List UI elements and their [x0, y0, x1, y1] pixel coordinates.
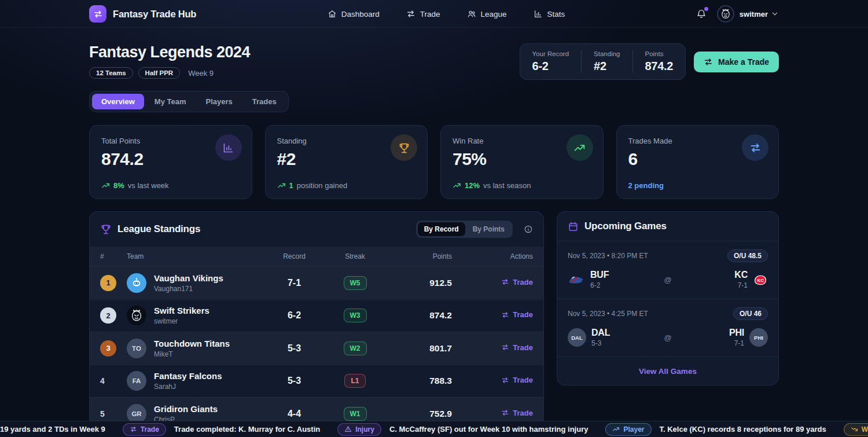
toggle-by-record[interactable]: By Record [418, 222, 465, 236]
make-a-trade-button[interactable]: Make a Trade [694, 52, 779, 72]
team-points: 788.3 [388, 376, 452, 386]
team-info: Touchdown Titans MikeT [154, 339, 230, 358]
team-record: 5-3 [267, 376, 322, 386]
team-cell: Swift Strikers switmer [127, 306, 267, 325]
trade-button[interactable]: Trade [501, 310, 533, 319]
trend-up-icon [612, 425, 620, 433]
table-row[interactable]: 3 TO Touchdown Titans MikeT 5-3 W2 801.7… [90, 332, 543, 365]
swap-icon [406, 9, 415, 19]
nav-item-dashboard[interactable]: Dashboard [328, 9, 380, 19]
trade-button[interactable]: Trade [501, 343, 533, 352]
summary-standing: Standing #2 [581, 50, 632, 73]
swap-icon [704, 57, 713, 67]
stat-cards: Total Points 874.2 8% vs last week Stand… [89, 125, 779, 199]
home-team: PHI 7-1 PHI [672, 328, 768, 347]
nav-item-stats[interactable]: Stats [534, 9, 565, 19]
trade-button[interactable]: Trade [501, 278, 533, 287]
table-row[interactable]: 4 FA Fantasy Falcons SarahJ 5-3 L1 788.3… [90, 365, 543, 398]
bills-logo-icon [568, 274, 585, 285]
toggle-by-points[interactable]: By Points [466, 222, 511, 236]
trophy-icon [398, 142, 410, 154]
col-actions: Actions [452, 252, 533, 260]
cta-label: Make a Trade [718, 57, 769, 67]
nav-label: Stats [547, 10, 565, 19]
streak-badge: L1 [344, 374, 365, 388]
user-avatar[interactable] [717, 5, 734, 23]
rank-cell: 5 [100, 409, 127, 419]
stat-trend: 8% vs last week [101, 181, 169, 190]
stat-card-trades-made: Trades Made 6 2 pending [616, 125, 779, 199]
trade-label: Trade [513, 376, 533, 384]
stat-card-standing: Standing #2 1 position gained [265, 125, 428, 199]
content-row: League Standings By Record By Points # T… [89, 211, 779, 431]
team-owner: switmer [154, 317, 209, 325]
team-name: Fantasy Falcons [154, 371, 222, 381]
league-badges: 12 Teams Half PPR Week 9 [89, 67, 250, 79]
tab-players[interactable]: Players [197, 94, 242, 109]
trend-text: vs last season [483, 181, 531, 190]
username[interactable]: switmer [740, 10, 768, 19]
week-label: Week 9 [188, 69, 214, 78]
ticker-item: Injury C. McCaffrey (SF) out for Week 10… [337, 423, 588, 436]
page-title: Fantasy Legends 2024 [89, 43, 250, 61]
tab-trades[interactable]: Trades [243, 94, 286, 109]
table-row[interactable]: 1 Vaughan Vikings Vaughan171 7-1 W5 912.… [90, 266, 543, 299]
actions-cell: Trade [452, 409, 533, 420]
notifications-button[interactable] [696, 9, 707, 19]
summary-value: #2 [594, 60, 620, 73]
streak-cell: L1 [322, 374, 388, 388]
trade-label: Trade [513, 278, 533, 287]
trend-text: position gained [297, 181, 347, 190]
swap-icon-badge [742, 134, 768, 161]
pending-note[interactable]: 2 pending [628, 181, 664, 190]
nav-right: switmer [696, 5, 779, 23]
trade-label: Trade [513, 310, 533, 319]
trade-button[interactable]: Trade [501, 409, 533, 417]
col-team: Team [127, 252, 267, 260]
stat-card-total-points: Total Points 874.2 8% vs last week [89, 125, 252, 199]
team-abbr: BUF [590, 270, 609, 280]
stat-card-win-rate: Win Rate 75% 12% vs last season [440, 125, 604, 199]
games-footer: View All Games [557, 357, 778, 385]
trend-up-icon [101, 181, 110, 190]
table-row[interactable]: 2 Swift Strikers switmer 6-2 W3 874.2 Tr… [90, 299, 543, 332]
rank-cell: 3 [100, 340, 127, 357]
game-meta: Nov 5, 2023 • 8:20 PM ET O/U 48.5 [568, 249, 768, 262]
team-text: PHI 7-1 [729, 328, 744, 347]
team-avatar [127, 306, 146, 325]
summary-record: Your Record 6-2 [520, 50, 582, 73]
team-abbr: PHI [729, 328, 744, 338]
tab-my-team[interactable]: My Team [145, 94, 196, 109]
mascot-avatar-icon [129, 308, 144, 323]
info-icon[interactable] [524, 225, 533, 234]
rank-badge-gold: 1 [100, 275, 116, 291]
team-points: 752.9 [388, 409, 452, 419]
team-text: KC 7-1 [734, 270, 748, 289]
chevron-down-icon[interactable] [771, 10, 779, 18]
team-owner: SarahJ [154, 383, 222, 391]
notification-dot [704, 7, 708, 11]
rank-cell: 1 [100, 275, 127, 291]
trend-icon-badge [567, 134, 593, 161]
swap-icon [501, 278, 509, 286]
stat-trend: 12% vs last season [453, 181, 531, 190]
view-all-games-link[interactable]: View All Games [639, 367, 697, 376]
team-record: 7-1 [729, 339, 744, 347]
team-record: 6-2 [590, 281, 609, 289]
trend-value: 12% [465, 181, 480, 190]
game-datetime: Nov 5, 2023 • 8:20 PM ET [568, 252, 648, 260]
tab-overview[interactable]: Overview [92, 94, 144, 109]
game-item[interactable]: Nov 5, 2023 • 8:20 PM ET O/U 48.5 BUF 6-… [557, 241, 778, 299]
ticker-item: Waiver D. Hopkins claimed off waivers [844, 423, 868, 436]
trend-value: 8% [113, 181, 124, 190]
alert-triangle-icon [344, 425, 352, 433]
team-record: 5-3 [591, 339, 610, 347]
news-ticker[interactable]: 19 yards and 2 TDs in Week 9 Trade Trade… [0, 421, 868, 437]
ticker-item: Trade Trade completed: K. Murray for C. … [123, 423, 320, 436]
trade-button[interactable]: Trade [501, 376, 533, 384]
game-item[interactable]: Nov 5, 2023 • 4:25 PM ET O/U 46 DAL DAL … [557, 299, 778, 357]
nav-item-trade[interactable]: Trade [406, 9, 440, 19]
standings-header: League Standings By Record By Points [90, 212, 543, 247]
game-teams: DAL DAL 5-3 @ PHI 7-1 PHI [568, 328, 768, 347]
nav-item-league[interactable]: League [467, 9, 507, 19]
